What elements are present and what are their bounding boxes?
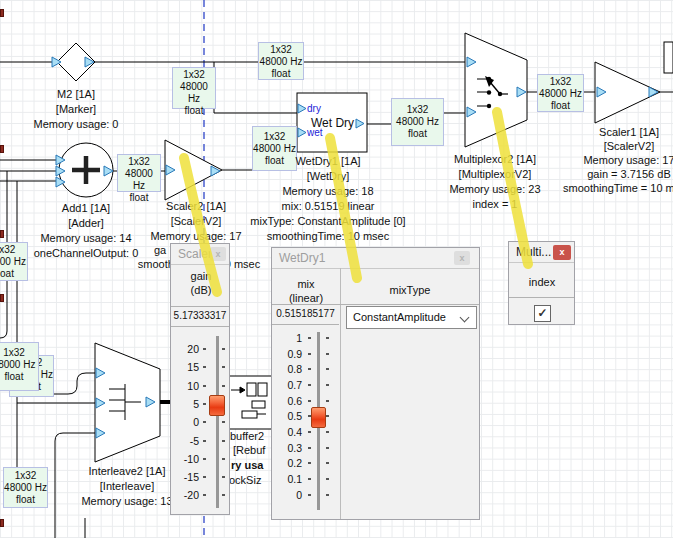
mixtype-param-label: mixType (390, 284, 431, 297)
multiplexor2-panel-titlebar[interactable]: Multi... x (509, 242, 574, 263)
rebuffer-memory-fragment: ry usa (231, 459, 263, 472)
wetdry1-name: WetDry1 [1A] (295, 155, 360, 168)
interleave2-memory: Memory usage: 13 (81, 495, 172, 508)
wetdry1-mix: mix: 0.51519 linear (282, 200, 375, 213)
edge-marker (0, 145, 4, 153)
gain-slider-handle[interactable] (209, 395, 225, 416)
scaler2-memory: Memory usage: 17 (150, 230, 241, 243)
wetdry1-panel[interactable]: WetDry1 x mix (linear) mixType 0.5151851… (271, 247, 480, 520)
tick-label: -10 (171, 453, 199, 465)
multiplexor2-panel[interactable]: Multi... x index ✓ (508, 241, 575, 325)
wetdry1-panel-title: WetDry1 (279, 251, 325, 265)
multiplexor2-panel-title: Multi... (516, 245, 551, 259)
tick-label: 0.4 (272, 426, 302, 438)
schematic-canvas[interactable]: 1x3248000 Hzfloat 1x3248000 Hzfloat 1x32… (0, 0, 673, 538)
scaler2-type: [ScalerV2] (171, 215, 222, 228)
scaler1-memory: Memory usage: 17 (583, 154, 673, 167)
add1-name: Add1 [1A] (62, 202, 110, 215)
gain-param-label: gain (191, 270, 212, 283)
tick-label: 0.2 (272, 457, 302, 469)
rebuffer-name-fragment: buffer2 (230, 430, 264, 443)
gain-unit-label: (dB) (191, 284, 212, 297)
scaler2-gain-fragment: ga (154, 244, 166, 257)
add1-type: [Adder] (68, 217, 103, 230)
mix-value-field[interactable]: 0.515185177 (272, 305, 339, 325)
wetdry-wet-port-label: wet (307, 127, 323, 138)
add1-onechannel: oneChannelOutput: 0 (34, 247, 139, 260)
chevron-down-icon (460, 313, 470, 323)
scaler1-gain: gain = 3.7156 dB (587, 168, 671, 181)
multiplexor2-index: index = 1 (473, 198, 518, 211)
index-param-label: index (529, 276, 555, 289)
interleave2-name: Interleave2 [1A] (88, 465, 165, 478)
tick-label: 20 (171, 343, 199, 355)
tick-label: 5 (171, 398, 199, 410)
tick-label: 0.9 (272, 348, 302, 360)
tick-label: 0.5 (272, 410, 302, 422)
signal-format-label: 1x3248000 Hzfloat (0, 342, 39, 391)
tick-label: 0.7 (272, 379, 302, 391)
multiplexor2-name: Multiplexor2 [1A] (454, 153, 536, 166)
m2-memory: Memory usage: 0 (34, 118, 119, 131)
close-icon[interactable]: x (553, 245, 571, 260)
mix-slider-handle[interactable] (311, 407, 326, 428)
edge-marker (0, 519, 4, 527)
scaler1-smoothing: smoothingTime = 10 m (563, 182, 673, 195)
signal-format-label: 1x3248000 Hzfloat (3, 467, 48, 508)
tick-label: 0.3 (272, 442, 302, 454)
scaler2-name: Scaler2 [1A] (166, 200, 226, 213)
wetdry1-panel-titlebar[interactable]: WetDry1 x (272, 248, 479, 269)
mixtype-dropdown[interactable]: ConstantAmplitude (346, 306, 477, 329)
tick-label: 1 (272, 332, 302, 344)
tick-label: 0 (272, 489, 302, 501)
signal-format-label: 1x3248000 Hzfloat (537, 74, 584, 112)
signal-format-label: 1x3248000 Hzfloat (391, 98, 444, 146)
scaler2-panel[interactable]: Scaler2 x gain (dB) 5.17333317 20 15 10 … (170, 243, 230, 515)
rebuffer-type-fragment: [Rebuf (233, 444, 265, 457)
signal-format-label: 1x3248000 Hzfloat (252, 126, 297, 171)
multiplexor2-type: [MultiplexorV2] (459, 168, 532, 181)
signal-format-label: 1x3248000 Hzfloat (117, 154, 161, 192)
multiplexor2-memory: Memory usage: 23 (449, 183, 540, 196)
edge-block-fragment (664, 42, 673, 73)
tick-label: 0.1 (272, 473, 302, 485)
tick-label: -15 (171, 471, 199, 483)
m2-type: [Marker] (56, 103, 96, 116)
wetdry1-mixtype: mixType: ConstantAmplitude [0] (250, 215, 405, 228)
tick-label: -5 (171, 435, 199, 447)
edge-marker (0, 230, 4, 238)
scaler2-panel-titlebar[interactable]: Scaler2 x (171, 244, 229, 265)
tick-label: 0 (171, 416, 199, 428)
rebuffer-blocksize-fragment: ockSiz (229, 474, 261, 487)
close-icon[interactable]: x (454, 251, 470, 265)
header-divider (509, 297, 574, 298)
tick-label: -20 (171, 489, 199, 501)
wetdry1-type: [WetDry] (307, 170, 350, 183)
add1-memory: Memory usage: 14 (40, 232, 131, 245)
signal-format-label: 1x3248000 Hzfloat (0, 242, 28, 281)
m2-name: M2 [1A] (57, 88, 95, 101)
tick-label: 15 (171, 361, 199, 373)
index-checkbox[interactable]: ✓ (534, 305, 551, 322)
gain-value-field[interactable]: 5.17333317 (171, 306, 229, 327)
wetdry1-smoothing: smoothingTime: 10 msec (267, 230, 389, 243)
tick-label: 10 (171, 380, 199, 392)
edge-marker (0, 294, 4, 302)
tick-label: 0.6 (272, 395, 302, 407)
close-icon[interactable]: x (210, 247, 226, 261)
interleave2-type: [Interleave] (100, 480, 154, 493)
signal-format-label: 1x3248000 Hzfloat (172, 67, 216, 109)
mix-param-label: mix (297, 278, 314, 291)
wetdry-dry-port-label: dry (307, 103, 321, 114)
edge-marker (0, 9, 4, 17)
signal-format-label: 1x3248000 Hzfloat (258, 42, 304, 80)
tick-label: 0.8 (272, 363, 302, 375)
scaler1-type: [ScalerV2] (604, 140, 655, 153)
wetdry1-memory: Memory usage: 18 (282, 185, 373, 198)
mixtype-selected-value: ConstantAmplitude (353, 311, 446, 323)
scaler1-name: Scaler1 [1A] (599, 126, 659, 139)
